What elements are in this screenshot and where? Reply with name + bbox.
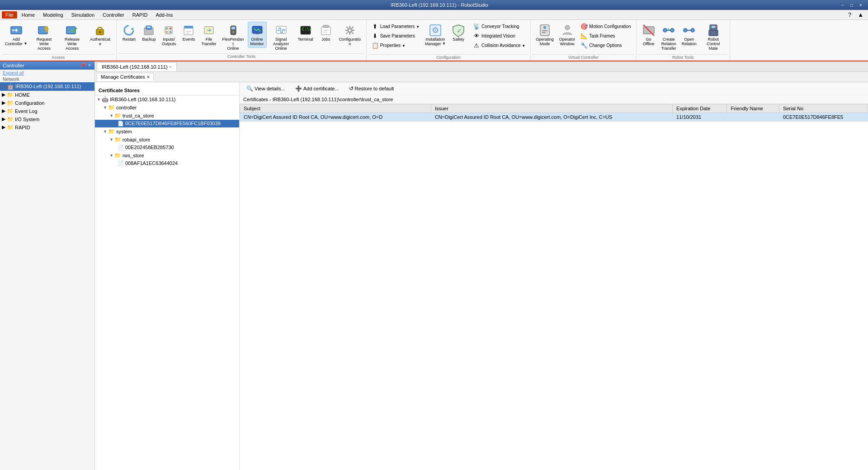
help-button[interactable]: ?: [845, 11, 854, 18]
robapi-label: robapi_store: [123, 137, 150, 142]
svg-rect-57: [709, 30, 718, 36]
authenticate-button[interactable]: Authenticate: [86, 22, 113, 48]
signal-analyzer-button[interactable]: Signal AnalyzerOnline: [268, 22, 295, 52]
change-options-button[interactable]: 🔧 Change Options: [578, 41, 633, 50]
installation-manager-icon: ⚙: [428, 23, 443, 38]
svg-point-14: [170, 28, 171, 29]
cert-tree-system[interactable]: ▼ 📁 system: [95, 127, 239, 136]
menu-rapid[interactable]: RAPID: [129, 11, 151, 19]
integrated-vision-button[interactable]: 👁 Integrated Vision: [471, 31, 528, 40]
tree-configuration-node[interactable]: ▶ 📁 Configuration: [0, 99, 94, 107]
subtab-manage-certs[interactable]: Manage Certificates ×: [97, 73, 154, 81]
svg-rect-54: [712, 26, 715, 28]
create-relation-button[interactable]: CreateRelationTransfer: [659, 22, 679, 52]
virtual-controller-label: Virtual Controller: [533, 54, 634, 60]
cert-table-row[interactable]: CN=DigiCert Assured ID Root CA, OU=www.d…: [240, 113, 868, 121]
flexpendant-button[interactable]: FlexPendantOnline: [220, 22, 247, 52]
svg-rect-26: [255, 33, 259, 34]
svg-text:C:\>: C:\>: [302, 27, 312, 32]
cert-stores-label: Certificate Stores: [95, 86, 239, 95]
file-transfer-button[interactable]: FileTransfer: [199, 22, 218, 48]
cert-tree-item-00E[interactable]: 📄 00E202458EB285730: [95, 144, 239, 151]
left-panel-close-button[interactable]: ×: [87, 63, 92, 68]
main-area: Controller 📌 × Expand all Network ▼ 🤖 IR…: [0, 61, 868, 470]
menu-file[interactable]: File: [2, 11, 17, 19]
file-transfer-icon: [202, 23, 216, 38]
conveyor-tracking-button[interactable]: 📡 Conveyor Tracking: [471, 22, 528, 31]
events-button[interactable]: Events: [179, 22, 198, 43]
inputs-outputs-button[interactable]: Inputs/Outputs: [159, 22, 178, 48]
main-tab-bar: IRB360-Left (192.168.10.111) ×: [95, 61, 868, 72]
view-details-icon: 🔍: [246, 85, 253, 92]
restore-label: Restore to default: [355, 86, 394, 91]
tree-home-node[interactable]: ▶ 📁 HOME: [0, 91, 94, 99]
cert-tree-item-0CE7[interactable]: 📄 0CE7E0E517D846FE8FE560FC1BF03039: [95, 120, 239, 127]
cert-tree-controller[interactable]: ▼ 📁 controller: [95, 103, 239, 112]
cert-path-label: Certificates - IRB360-Left (192.168.10.1…: [240, 95, 868, 104]
svg-rect-11: [147, 27, 151, 28]
request-write-access-button[interactable]: RequestWrite Access: [30, 22, 57, 52]
restart-button[interactable]: Restart: [119, 22, 138, 43]
configuration-button[interactable]: Configuration: [336, 22, 363, 48]
left-panel-pin-button[interactable]: 📌: [79, 63, 86, 68]
main-tab-irb360[interactable]: IRB360-Left (192.168.10.111) ×: [97, 62, 177, 71]
add-certificate-button[interactable]: ➕ Add certificate...: [292, 84, 342, 93]
terminal-button[interactable]: C:\> Terminal: [296, 22, 316, 43]
task-frames-button[interactable]: 📐 Task Frames: [578, 31, 633, 40]
close-button[interactable]: ×: [857, 1, 864, 9]
controller-tree: ▼ 🤖 IRB360-Left (192.168.10.111) ▶ 📁 HOM…: [0, 82, 94, 132]
svg-rect-12: [165, 27, 172, 34]
svg-text:✓: ✓: [457, 27, 462, 34]
folder-expand: ▶: [2, 92, 5, 98]
tree-robot-node[interactable]: ▼ 🤖 IRB360-Left (192.168.10.111): [0, 82, 94, 91]
svg-point-55: [710, 26, 712, 28]
minimize-button[interactable]: −: [839, 1, 846, 9]
tree-rapid-node[interactable]: ▶ 📁 RAPID: [0, 123, 94, 132]
cert-tree-rws[interactable]: ▼ 📁 rws_store: [95, 151, 239, 160]
menu-modeling[interactable]: Modeling: [39, 11, 67, 19]
motion-configuration-button[interactable]: 🎯 Motion Configuration: [578, 22, 633, 31]
cert-tree-trust-ca[interactable]: ▼ 📁 trust_ca_store: [95, 112, 239, 120]
tree-eventlog-node[interactable]: ▶ 📁 Event Log: [0, 107, 94, 115]
operator-window-icon: [560, 23, 575, 38]
robot-control-mate-button[interactable]: RobotControl Mate: [700, 22, 727, 52]
operator-window-button[interactable]: OperatorWindow: [557, 22, 578, 48]
menu-controller[interactable]: Controller: [99, 11, 128, 19]
svg-rect-31: [323, 25, 329, 28]
add-controller-button[interactable]: AddController ▼: [3, 22, 29, 48]
go-offline-button[interactable]: GoOffline: [639, 22, 658, 48]
cert-tree-item-008[interactable]: 📄 008AF1A1EC63644024: [95, 160, 239, 167]
menu-simulation[interactable]: Simulation: [68, 11, 98, 19]
cert-tree-root[interactable]: ▼ 🤖 IRB360-Left (192.168.10.111): [95, 95, 239, 103]
rapid-folder-icon: 📁: [7, 124, 14, 131]
view-details-button[interactable]: 🔍 View details...: [243, 84, 288, 93]
installation-manager-button[interactable]: ⚙ InstallationManager ▼: [423, 22, 448, 48]
backup-button[interactable]: Backup: [139, 22, 158, 43]
release-write-access-button[interactable]: ReleaseWrite Access: [58, 22, 85, 52]
restore-default-button[interactable]: ↺ Restore to default: [346, 84, 397, 93]
expand-all-link[interactable]: Expand all: [0, 70, 94, 76]
col-subject: Subject: [240, 104, 431, 113]
save-parameters-button[interactable]: ⬇ Save Parameters: [369, 31, 422, 40]
safety-button[interactable]: ✓ Safety: [449, 22, 468, 43]
operating-mode-button[interactable]: OperatingMode: [533, 22, 556, 48]
maximize-button[interactable]: □: [848, 1, 855, 9]
main-tab-close[interactable]: ×: [170, 65, 172, 69]
minimize-ribbon-button[interactable]: ▲: [855, 11, 866, 18]
menu-addins[interactable]: Add-Ins: [152, 11, 176, 19]
ribbon-group-configuration: ⬆ Load Parameters ▼ ⬇ Save Parameters 📋 …: [367, 20, 531, 61]
signal-analyzer-icon: [274, 23, 288, 38]
load-parameters-button[interactable]: ⬆ Load Parameters ▼: [369, 22, 422, 31]
open-relation-button[interactable]: OpenRelation: [679, 22, 699, 48]
robot-control-mate-icon: [706, 23, 721, 38]
cert-tree-robapi[interactable]: ▼ 📁 robapi_store: [95, 136, 239, 144]
tree-iosystem-node[interactable]: ▶ 📁 I/O System: [0, 115, 94, 123]
configuration-label: Configuration: [15, 100, 44, 106]
collision-avoidance-button[interactable]: ⚠ Collision Avoidance ▼: [471, 41, 528, 50]
jobs-button[interactable]: Jobs: [316, 22, 335, 43]
menu-home[interactable]: Home: [18, 11, 38, 19]
online-monitor-button[interactable]: OnlineMonitor: [248, 22, 267, 48]
window-controls[interactable]: − □ ×: [839, 1, 864, 9]
subtab-close[interactable]: ×: [147, 74, 150, 80]
properties-button[interactable]: 📋 Properties ▼: [369, 41, 422, 50]
